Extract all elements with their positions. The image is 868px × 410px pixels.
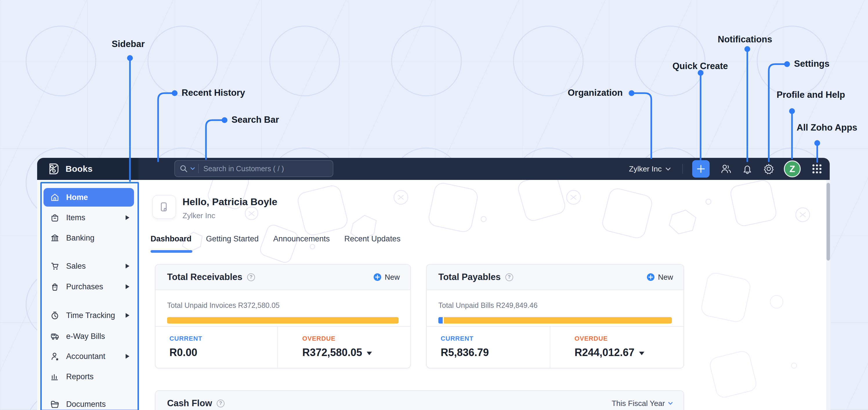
payables-card-header: Total Payables New — [427, 264, 683, 290]
organization-name: Zylker Inc — [629, 164, 662, 174]
payables-summary: Total Unpaid Bills R249,849.46 — [427, 290, 683, 323]
search-icon — [180, 164, 188, 172]
annotation-profile-help: Profile and Help — [777, 90, 845, 100]
quick-create-button[interactable] — [692, 160, 710, 178]
main-content: Hello, Patricia Boyle Zylker Inc Dashboa… — [138, 180, 826, 410]
annotation-quick-create: Quick Create — [673, 61, 728, 71]
fiscal-year-label: This Fiscal Year — [612, 399, 665, 408]
receivables-overdue-block: OVERDUE R372,580.05 — [277, 327, 410, 368]
org-tile — [152, 195, 176, 219]
settings-button[interactable] — [762, 162, 776, 176]
folder-icon — [51, 400, 59, 409]
current-label: CURRENT — [441, 335, 550, 342]
payables-overdue-block: OVERDUE R244,012.67 — [550, 327, 684, 368]
annotation-search-bar: Search Bar — [231, 115, 279, 125]
help-icon[interactable] — [247, 273, 255, 281]
sidebar-item-eway-bills[interactable]: e-Way Bills — [43, 327, 134, 346]
referral-button[interactable] — [719, 162, 733, 176]
sidebar-item-home[interactable]: Home — [43, 188, 134, 207]
active-tab-underline — [151, 250, 192, 253]
receivables-summary: Total Unpaid Invoices R372,580.05 — [155, 290, 410, 323]
overdue-label: OVERDUE — [575, 335, 684, 342]
zoho-books-logo-icon — [47, 162, 60, 176]
receivables-card-header: Total Receivables New — [155, 264, 410, 290]
receivables-title: Total Receivables — [167, 272, 243, 282]
help-icon[interactable] — [505, 273, 513, 281]
plus-circle-icon — [373, 273, 381, 281]
greeting-text: Hello, Patricia Boyle — [183, 196, 277, 208]
sidebar-item-label: Accountant — [66, 352, 105, 361]
receivables-current-value: R0.00 — [169, 346, 277, 359]
sidebar-item-label: Documents — [66, 400, 106, 409]
annotation-notifications: Notifications — [718, 34, 772, 45]
payables-title: Total Payables — [438, 272, 501, 282]
dashboard-tabs: Dashboard Getting Started Announcements … — [151, 234, 400, 244]
payables-footer: CURRENT R5,836.79 OVERDUE R244,012.67 — [427, 326, 683, 368]
sidebar-item-time-tracking[interactable]: Time Tracking — [43, 306, 134, 325]
sidebar-item-items[interactable]: Items — [43, 208, 134, 227]
sidebar-item-label: Time Tracking — [66, 311, 115, 320]
payables-overdue-value[interactable]: R244,012.67 — [575, 346, 684, 359]
bank-icon — [51, 233, 59, 242]
document-icon — [158, 201, 170, 213]
apps-grid-icon — [811, 163, 823, 175]
help-icon[interactable] — [217, 400, 224, 407]
avatar-initial: Z — [789, 164, 795, 175]
total-receivables-card: Total Receivables New Total Unpaid Invoi… — [155, 264, 411, 369]
sidebar-item-banking[interactable]: Banking — [43, 229, 134, 247]
sidebar-item-sales[interactable]: Sales — [43, 257, 134, 275]
annotation-settings: Settings — [794, 59, 829, 69]
sidebar-item-accountant[interactable]: Accountant — [43, 347, 134, 366]
receivables-current-block: CURRENT R0.00 — [155, 327, 277, 368]
organization-dropdown[interactable]: Zylker Inc — [629, 158, 671, 180]
tab-getting-started[interactable]: Getting Started — [206, 234, 259, 244]
books-brand[interactable]: Books — [37, 158, 138, 180]
sidebar-item-reports[interactable]: Reports — [43, 367, 134, 386]
stopwatch-icon — [51, 311, 59, 320]
cash-flow-header: Cash Flow This Fiscal Year — [155, 391, 683, 410]
sidebar-item-label: e-Way Bills — [66, 332, 105, 341]
cart-icon — [51, 262, 59, 271]
new-button-label: New — [658, 273, 673, 282]
all-zoho-apps-button[interactable] — [810, 162, 824, 176]
profile-avatar[interactable]: Z — [784, 160, 801, 177]
search-scope-chevron-icon[interactable] — [190, 167, 195, 170]
search-input[interactable]: Search in Customers ( / ) — [174, 160, 333, 177]
sidebar-item-label: Home — [66, 193, 88, 202]
payables-current-value: R5,836.79 — [441, 346, 550, 359]
notifications-button[interactable] — [740, 162, 754, 176]
current-label: CURRENT — [169, 335, 277, 342]
sidebar-item-label: Reports — [66, 372, 94, 381]
sidebar-item-documents[interactable]: Documents — [43, 395, 134, 410]
receivables-footer: CURRENT R0.00 OVERDUE R372,580.05 — [155, 326, 410, 368]
sidebar-item-label: Banking — [66, 233, 95, 243]
annotation-recent-history: Recent History — [182, 88, 245, 98]
payables-current-block: CURRENT R5,836.79 — [427, 327, 550, 368]
new-invoice-button[interactable]: New — [373, 273, 400, 282]
overdue-amount: R244,012.67 — [575, 346, 634, 359]
accountant-icon — [51, 352, 59, 361]
sidebar-item-label: Items — [66, 213, 85, 222]
new-bill-button[interactable]: New — [647, 273, 673, 282]
overdue-amount: R372,580.05 — [302, 346, 362, 359]
home-icon — [51, 193, 59, 202]
fiscal-year-filter[interactable]: This Fiscal Year — [612, 399, 673, 408]
receivables-overdue-value[interactable]: R372,580.05 — [302, 346, 410, 359]
sidebar-item-purchases[interactable]: Purchases — [43, 277, 134, 296]
scrollbar-thumb[interactable] — [827, 183, 830, 260]
tab-dashboard[interactable]: Dashboard — [151, 234, 191, 244]
sidebar-item-label: Sales — [66, 262, 86, 271]
topbar-divider — [682, 164, 683, 174]
dropdown-caret-icon — [367, 352, 372, 355]
search-divider — [198, 164, 199, 173]
expand-arrow-icon — [126, 313, 129, 318]
tab-recent-updates[interactable]: Recent Updates — [344, 234, 401, 244]
search-placeholder: Search in Customers ( / ) — [204, 164, 284, 173]
expand-arrow-icon — [126, 264, 129, 269]
tab-announcements[interactable]: Announcements — [273, 234, 330, 244]
payables-progress-bar — [438, 317, 672, 323]
expand-arrow-icon — [126, 354, 129, 359]
cash-flow-title: Cash Flow — [167, 398, 212, 409]
expand-arrow-icon — [126, 215, 129, 220]
payables-summary-label: Total Unpaid Bills R249,849.46 — [438, 301, 672, 310]
